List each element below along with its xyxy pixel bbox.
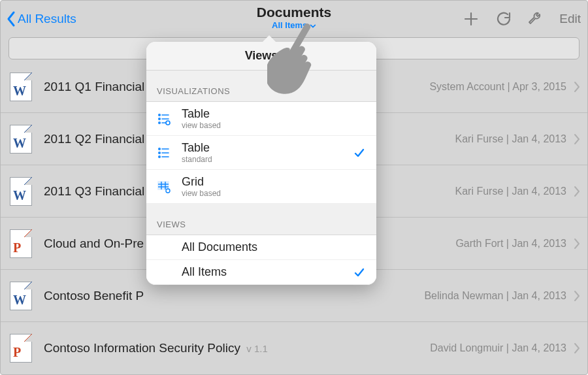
refresh-icon: [495, 11, 511, 27]
view-option-all-items[interactable]: All Items: [146, 260, 376, 285]
chevron-right-icon: [573, 237, 581, 250]
word-file-icon: W: [10, 177, 32, 206]
settings-button[interactable]: [527, 10, 544, 27]
view-option-title: All Documents: [182, 240, 366, 254]
svg-point-11: [159, 155, 160, 157]
chevron-down-icon: [310, 23, 316, 29]
viz-option-grid[interactable]: Gridview based: [146, 170, 376, 204]
file-name: Contoso Benefit P: [44, 289, 424, 303]
word-file-icon: W: [10, 282, 32, 310]
file-meta: Garth Fort | Jan 4, 2013: [455, 238, 566, 250]
list-icon: [157, 146, 172, 160]
svg-point-0: [159, 114, 160, 115]
add-button[interactable]: [463, 10, 480, 27]
viz-option-subtitle: view based: [182, 189, 366, 198]
chevron-right-icon: [573, 289, 581, 302]
view-filter-label: All Items: [272, 20, 307, 30]
file-meta: Kari Furse | Jan 4, 2013: [455, 133, 566, 145]
viz-option-subtitle: standard: [182, 155, 344, 164]
svg-point-2: [159, 118, 160, 119]
powerpoint-file-icon: P: [10, 229, 32, 258]
views-popover: Views VISUALIZATIONS Tableview based Tab…: [146, 42, 376, 285]
plus-icon: [463, 10, 480, 27]
viz-option-title: Table: [182, 107, 366, 121]
document-row[interactable]: P Contoso Information Security Policy v …: [1, 322, 587, 374]
popover-arrow: [261, 35, 277, 43]
svg-point-7: [159, 148, 160, 149]
viz-option-table-standard[interactable]: Tablestandard: [146, 136, 376, 170]
popover-section-header: VIEWS: [146, 204, 376, 235]
refresh-button[interactable]: [495, 11, 511, 27]
viz-option-title: Table: [182, 141, 344, 155]
viz-option-title: Grid: [182, 175, 366, 189]
chevron-right-icon: [573, 80, 581, 93]
checkmark-icon: [353, 146, 366, 159]
popover-title: Views: [146, 42, 376, 71]
chevron-right-icon: [573, 133, 581, 146]
view-option-title: All Items: [182, 265, 344, 279]
edit-button[interactable]: Edit: [559, 12, 581, 26]
svg-rect-13: [158, 182, 169, 189]
chevron-right-icon: [573, 342, 581, 355]
file-meta: System Account | Apr 3, 2015: [429, 81, 566, 93]
word-file-icon: W: [10, 125, 32, 154]
word-file-icon: W: [10, 73, 32, 101]
top-nav-bar: All Results Documents All Items Edit: [1, 1, 587, 37]
checkmark-icon: [353, 266, 366, 279]
file-name: Contoso Information Security Policy v 1.…: [44, 341, 430, 355]
file-version: v 1.1: [246, 343, 268, 354]
powerpoint-file-icon: P: [10, 334, 32, 363]
chevron-right-icon: [573, 185, 581, 198]
viz-option-table-viewbased[interactable]: Tableview based: [146, 102, 376, 136]
list-icon: [157, 112, 172, 126]
svg-point-4: [159, 122, 160, 123]
grid-icon: [157, 180, 172, 194]
wrench-icon: [527, 10, 544, 27]
file-meta: Belinda Newman | Jan 4, 2013: [424, 290, 566, 302]
file-meta: Kari Furse | Jan 4, 2013: [455, 186, 566, 197]
popover-section-header: VISUALIZATIONS: [146, 71, 376, 102]
svg-point-9: [159, 152, 160, 153]
viz-option-subtitle: view based: [182, 121, 366, 130]
file-meta: David Longmuir | Jan 4, 2013: [430, 342, 566, 354]
svg-point-6: [166, 121, 170, 125]
view-option-all-documents[interactable]: All Documents: [146, 235, 376, 260]
